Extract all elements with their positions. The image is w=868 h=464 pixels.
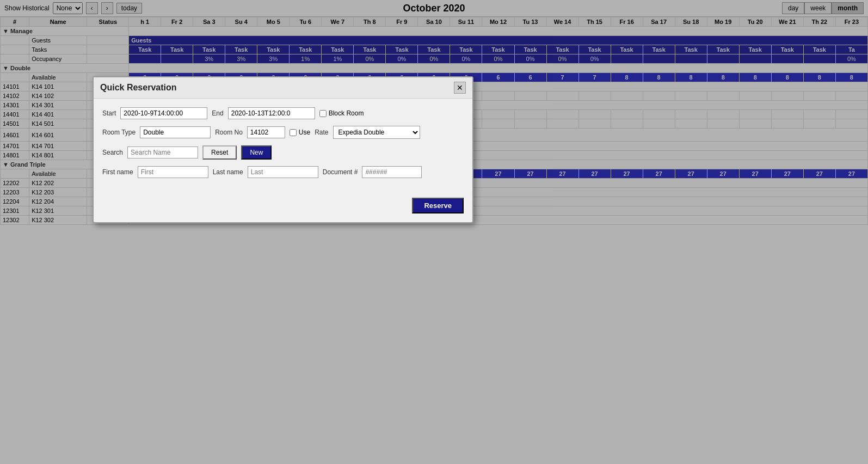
- search-label: Search: [102, 149, 123, 156]
- end-label: End: [212, 109, 223, 117]
- reset-button[interactable]: Reset: [202, 145, 237, 160]
- modal-header: Quick Reservation ✕: [94, 77, 472, 99]
- search-input[interactable]: [127, 146, 198, 158]
- use-label: Use: [290, 129, 310, 136]
- start-label: Start: [102, 109, 116, 117]
- new-button[interactable]: New: [241, 145, 272, 160]
- document-label: Document #: [323, 168, 358, 176]
- block-room-checkbox[interactable]: [319, 110, 327, 117]
- reserve-button[interactable]: Reserve: [412, 198, 464, 213]
- modal-row-3: Search Reset New: [102, 145, 464, 160]
- room-type-input[interactable]: [140, 126, 211, 138]
- rate-select[interactable]: Expedia Double: [333, 126, 420, 139]
- quick-reservation-modal: Quick Reservation ✕ Start End Block Room…: [93, 76, 473, 223]
- end-input[interactable]: [228, 107, 315, 119]
- modal-body: Start End Block Room Room Type Room No U…: [94, 99, 472, 193]
- first-name-label: First name: [102, 168, 133, 176]
- room-no-label: Room No: [215, 129, 243, 136]
- room-type-label: Room Type: [102, 129, 136, 136]
- modal-close-button[interactable]: ✕: [454, 82, 466, 94]
- block-room-label: Block Room: [319, 109, 364, 117]
- modal-row-2: Room Type Room No Use Rate Expedia Doubl…: [102, 126, 464, 139]
- modal-overlay: Quick Reservation ✕ Start End Block Room…: [0, 0, 868, 461]
- last-name-label: Last name: [213, 168, 243, 176]
- modal-row-1: Start End Block Room: [102, 107, 464, 119]
- modal-title: Quick Reservation: [100, 83, 177, 93]
- last-name-input[interactable]: [248, 166, 318, 178]
- document-input[interactable]: [362, 166, 422, 178]
- modal-row-4: First name Last name Document #: [102, 166, 464, 178]
- start-input[interactable]: [120, 107, 207, 119]
- modal-footer: Reserve: [94, 193, 472, 222]
- room-no-input[interactable]: [247, 126, 285, 138]
- use-checkbox[interactable]: [290, 129, 297, 136]
- rate-label: Rate: [315, 129, 328, 136]
- first-name-input[interactable]: [138, 166, 208, 178]
